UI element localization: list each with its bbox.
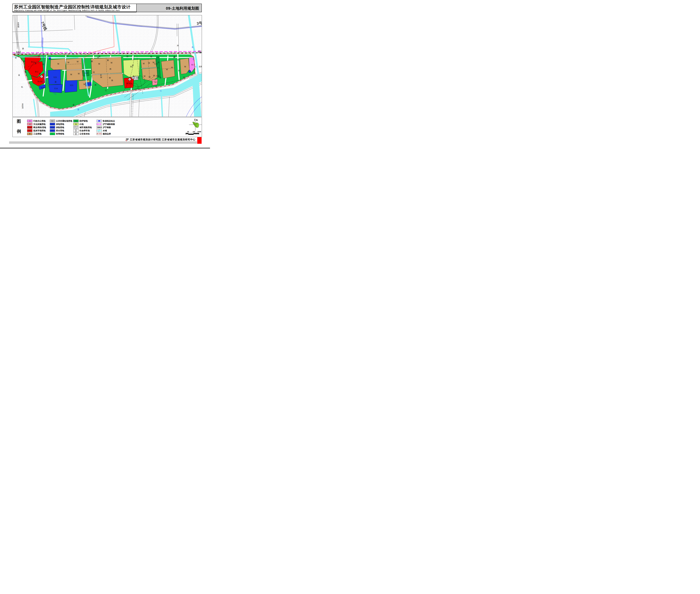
- legend-label: 文化设施用地: [33, 123, 45, 126]
- legend-label: 公交首末站: [79, 133, 90, 135]
- legend-item-intercity-rail: 沪宁城际铁路: [97, 123, 115, 125]
- map-label: M: [153, 75, 155, 77]
- map-label: M: [84, 83, 85, 86]
- map-label: 至相城: [18, 22, 19, 28]
- map-label: 娄: [73, 104, 74, 106]
- swatch-code: Bd: [75, 123, 77, 125]
- map-label: U21: [54, 76, 57, 78]
- map-label: M: [77, 61, 78, 63]
- map-label: S41: [136, 77, 139, 79]
- map-label: M: [78, 73, 79, 75]
- legend-title-char: 图: [17, 119, 22, 124]
- legend-item-s41: S41 公共交通站场用地: [50, 120, 72, 122]
- legend-title: 图 例: [17, 119, 22, 134]
- map-label: 街: [138, 88, 139, 90]
- parking-symbol-icon: P: [73, 129, 78, 132]
- legend-item-water: 水域: [97, 129, 107, 132]
- swatch-code: B1/B2: [28, 126, 32, 129]
- rail-station-symbol-icon: [97, 120, 102, 122]
- map-label: B1/B2: [126, 82, 131, 85]
- map-label: 路: [173, 57, 175, 59]
- swatch-code: G1c: [51, 133, 54, 135]
- legend-label: 沪宁城际铁路: [103, 123, 115, 126]
- map-label: M: [98, 63, 100, 65]
- map-label: 杭: [21, 86, 23, 88]
- legend-item-u14: U14 供热用地: [50, 126, 64, 129]
- scale-tick: 50: [187, 131, 189, 133]
- legend-item-u21: U21 排水用地: [50, 129, 64, 132]
- road-symbol-icon: [73, 126, 78, 129]
- swatch-bd: Bd: [73, 123, 78, 125]
- scale-bar: 50 150 250M: [186, 131, 201, 135]
- legend-label: 供热用地: [56, 126, 64, 129]
- map-label: 江: [160, 90, 162, 92]
- swatch-a2: A2: [27, 123, 32, 125]
- legend-item-a1: A1 行政办公用地: [27, 120, 45, 122]
- legend-item-rail-station: 轨道线及站点: [97, 120, 115, 122]
- legend-label: 白地: [79, 123, 84, 126]
- map-label: 凤: [192, 46, 193, 48]
- legend-item-b1b2: B1/B2 商业/商务用地: [27, 126, 46, 129]
- map-label: M: [166, 68, 168, 70]
- map-label: M: [171, 66, 173, 69]
- swatch-b1b2: B1/B2: [27, 126, 32, 129]
- map-label: 至南京: [16, 51, 21, 53]
- swatch-u14: U14: [50, 126, 55, 129]
- map-label: 小: [83, 60, 85, 62]
- map-label: 阳: [178, 59, 179, 61]
- map-label: 至上海: [198, 50, 202, 52]
- sheet-bottom-edge: [0, 148, 210, 148]
- map-label: 凰: [193, 58, 194, 60]
- map-label: A2: [154, 81, 157, 83]
- swatch-g1c: G1c: [50, 133, 55, 135]
- swatch-code: B12: [28, 130, 31, 132]
- map-label: 路: [25, 71, 27, 73]
- map-label: M: [148, 62, 150, 64]
- map-label: 至昆山: [199, 66, 202, 68]
- parcel-bd: [123, 60, 140, 77]
- legend-item-bus-terminal: B 公交首末站: [73, 133, 90, 135]
- map-label: 扬: [35, 62, 36, 64]
- swatch-code: G2: [75, 120, 77, 122]
- map-label: 扬: [22, 47, 24, 50]
- map-label: M: [100, 76, 102, 78]
- institute-logo-icon: JP: [125, 138, 129, 141]
- swatch-b12: B12: [27, 129, 32, 132]
- map-label: B1/B2: [37, 80, 43, 82]
- swatch-code: U21: [51, 130, 54, 132]
- swatch-code: S41: [51, 120, 54, 122]
- north-label: N: [196, 119, 198, 121]
- map-label: A1: [191, 64, 194, 66]
- map-label: 至杭州: [22, 103, 24, 109]
- title-underline: [12, 11, 136, 12]
- page-subtitle-en: Regulatory Planning and Urban Design of …: [14, 9, 120, 11]
- legend-label: 供电用地: [56, 123, 64, 126]
- legend-label: 轨道线及站点: [103, 120, 115, 122]
- legend-label: 公共交通站场用地: [56, 120, 72, 122]
- map-label: 路: [133, 75, 134, 77]
- map-label: 跨: [177, 44, 179, 46]
- swatch-g2: G2: [73, 120, 78, 122]
- parcel-m: [161, 60, 175, 78]
- map-label: 扬: [39, 73, 41, 75]
- parcel-u-small: [189, 70, 191, 73]
- map-label: U12: [88, 83, 91, 85]
- map-label: 路: [160, 77, 161, 79]
- legend-item-g1c: G1c 街旁绿地: [50, 133, 64, 135]
- map-label: G12: [154, 63, 158, 65]
- compass: N: [186, 118, 204, 131]
- scale-tick: 150: [193, 131, 195, 133]
- swatch-m: M: [27, 133, 32, 135]
- map-label: M: [143, 63, 145, 65]
- legend-item-a2: A2 文化设施用地: [27, 123, 45, 125]
- plan-sheet: 苏州工业园区智能制造产业园区控制性详细规划及城市设计 Regulatory Pl…: [0, 0, 210, 148]
- map-label: M: [57, 63, 59, 65]
- map-label: 明: [93, 71, 95, 73]
- swatch-u21: U21: [50, 129, 55, 132]
- legend-label: 沪宁铁路: [103, 126, 111, 129]
- map-label: 娄: [77, 108, 79, 110]
- legend-label: 城市道路用地: [79, 126, 92, 129]
- attribution: JP 江苏省城市规划设计研究院 江苏省城市交通规划研究中心: [125, 138, 195, 141]
- legend-label: 水域: [103, 129, 107, 132]
- attribution-text: 江苏省城市规划设计研究院 江苏省城市交通规划研究中心: [130, 138, 195, 141]
